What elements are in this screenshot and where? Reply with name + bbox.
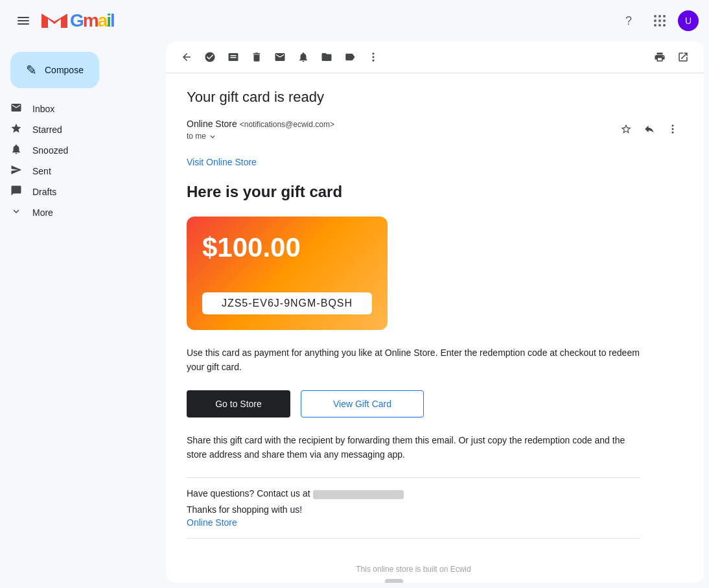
ecwid-label: Ecwid xyxy=(408,581,442,583)
delete-button[interactable] xyxy=(246,47,267,67)
report-not-spam-button[interactable] xyxy=(200,47,220,67)
svg-point-10 xyxy=(654,24,657,27)
help-button[interactable]: ? xyxy=(616,8,642,34)
svg-point-7 xyxy=(654,19,657,22)
sender-name: Online Store xyxy=(187,119,237,129)
snoozed-icon xyxy=(10,143,22,158)
svg-point-6 xyxy=(663,15,666,18)
gift-code: JZS5-EV6J-9NGM-BQSH xyxy=(202,292,372,314)
report-spam-button[interactable] xyxy=(223,47,244,67)
email-actions xyxy=(616,119,683,139)
sent-label: Sent xyxy=(32,166,51,176)
move-to-button[interactable] xyxy=(316,47,337,67)
svg-point-8 xyxy=(658,19,661,22)
starred-label: Starred xyxy=(32,124,62,135)
snoozed-label: Snoozed xyxy=(32,145,68,156)
svg-point-4 xyxy=(654,15,657,18)
email-header: Online Store <notifications@ecwid.com> t… xyxy=(187,119,683,141)
sender-name-line: Online Store <notifications@ecwid.com> xyxy=(187,119,334,129)
star-icon xyxy=(10,123,22,137)
action-buttons: Go to Store View Gift Card xyxy=(187,390,640,417)
sidebar-item-drafts[interactable]: Drafts xyxy=(0,182,156,202)
email-toolbar xyxy=(166,41,704,73)
ecwid-icon xyxy=(385,579,403,583)
content-area: Your gift card is ready Online Store <no… xyxy=(166,41,704,583)
footer-area: This online store is built on Ecwid Ecwi… xyxy=(187,549,640,583)
svg-point-17 xyxy=(672,128,674,130)
back-button[interactable] xyxy=(176,47,197,67)
open-new-window-button[interactable] xyxy=(673,47,693,67)
visit-store-link[interactable]: Visit Online Store xyxy=(187,157,640,167)
view-gift-card-button[interactable]: View Gift Card xyxy=(301,390,424,417)
snooze-button[interactable] xyxy=(293,47,314,67)
sidebar-item-more[interactable]: More xyxy=(0,202,156,223)
contact-email-blurred xyxy=(313,490,404,499)
svg-rect-2 xyxy=(17,23,29,25)
footer-text: This online store is built on Ecwid xyxy=(187,565,640,574)
email-body: Your gift card is ready Online Store <no… xyxy=(166,73,704,583)
avatar[interactable]: U xyxy=(678,10,699,31)
svg-point-14 xyxy=(373,56,375,58)
star-email-button[interactable] xyxy=(616,119,636,139)
apps-button[interactable] xyxy=(647,8,673,34)
more-icon xyxy=(10,206,22,220)
svg-point-9 xyxy=(663,19,666,22)
email-content: Visit Online Store Here is your gift car… xyxy=(187,157,640,583)
labels-button[interactable] xyxy=(340,47,360,67)
inbox-label: Inbox xyxy=(32,104,54,114)
sidebar-item-snoozed[interactable]: Snoozed xyxy=(0,140,156,161)
sender-info: Online Store <notifications@ecwid.com> t… xyxy=(187,119,334,141)
sent-icon xyxy=(10,164,22,179)
gift-amount: $100.00 xyxy=(202,232,372,263)
drafts-label: Drafts xyxy=(32,187,56,197)
more-toolbar-button[interactable] xyxy=(363,47,384,67)
more-email-button[interactable] xyxy=(662,119,683,139)
body-text: Use this card as payment for anything yo… xyxy=(187,346,640,375)
gift-card: $100.00 JZS5-EV6J-9NGM-BQSH xyxy=(187,217,388,330)
print-button[interactable] xyxy=(649,47,670,67)
inbox-icon xyxy=(10,102,22,117)
compose-plus-icon: ✎ xyxy=(26,62,37,78)
mark-as-read-button[interactable] xyxy=(270,47,290,67)
store-link[interactable]: Online Store xyxy=(187,517,237,528)
svg-point-12 xyxy=(663,24,666,27)
sidebar-item-starred[interactable]: Starred xyxy=(0,119,156,140)
share-text: Share this gift card with the recipient … xyxy=(187,433,640,462)
thanks-text: Thanks for shopping with us! xyxy=(187,504,640,515)
go-to-store-button[interactable]: Go to Store xyxy=(187,390,290,417)
sidebar-item-sent[interactable]: Sent xyxy=(0,161,156,182)
svg-point-11 xyxy=(658,24,661,27)
compose-label: Compose xyxy=(45,65,84,75)
svg-point-13 xyxy=(373,53,375,54)
hamburger-button[interactable] xyxy=(10,8,36,34)
sidebar-item-inbox[interactable]: Inbox xyxy=(0,99,156,119)
svg-rect-0 xyxy=(17,17,29,18)
svg-point-16 xyxy=(672,124,674,126)
compose-button[interactable]: ✎ Compose xyxy=(10,52,99,88)
sidebar: ✎ Compose Inbox Starred Snoozed Se xyxy=(0,41,166,588)
svg-point-5 xyxy=(658,15,661,18)
top-bar: Gmail ? U xyxy=(0,0,709,41)
gmail-logo: Gmail xyxy=(41,11,114,30)
svg-rect-1 xyxy=(17,20,29,21)
divider-2 xyxy=(187,538,640,539)
gift-heading: Here is your gift card xyxy=(187,183,640,201)
divider-1 xyxy=(187,477,640,478)
contact-text: Have questions? Contact us at xyxy=(187,488,640,499)
svg-point-18 xyxy=(672,132,674,134)
drafts-icon xyxy=(10,185,22,200)
ecwid-logo: Ecwid xyxy=(187,579,640,583)
svg-point-15 xyxy=(373,60,375,62)
more-label: More xyxy=(32,207,53,218)
sender-email: <notifications@ecwid.com> xyxy=(240,120,334,129)
main-layout: ✎ Compose Inbox Starred Snoozed Se xyxy=(0,41,709,588)
to-me: to me xyxy=(187,132,334,141)
email-subject: Your gift card is ready xyxy=(187,89,683,106)
reply-button[interactable] xyxy=(639,119,660,139)
